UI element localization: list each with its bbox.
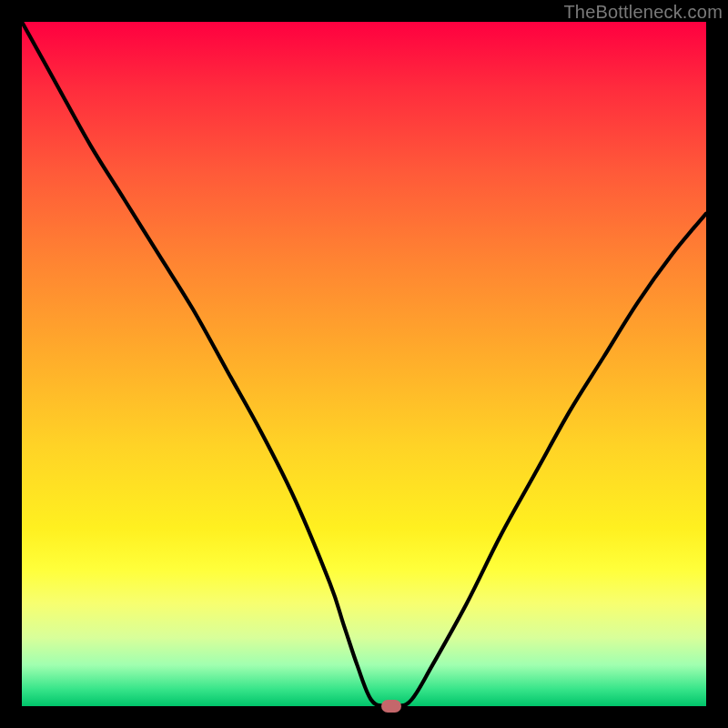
chart-frame: TheBottleneck.com <box>0 0 728 728</box>
plot-area <box>22 22 706 706</box>
optimum-marker <box>381 700 401 713</box>
watermark-text: TheBottleneck.com <box>563 2 723 23</box>
bottleneck-curve <box>22 22 706 706</box>
